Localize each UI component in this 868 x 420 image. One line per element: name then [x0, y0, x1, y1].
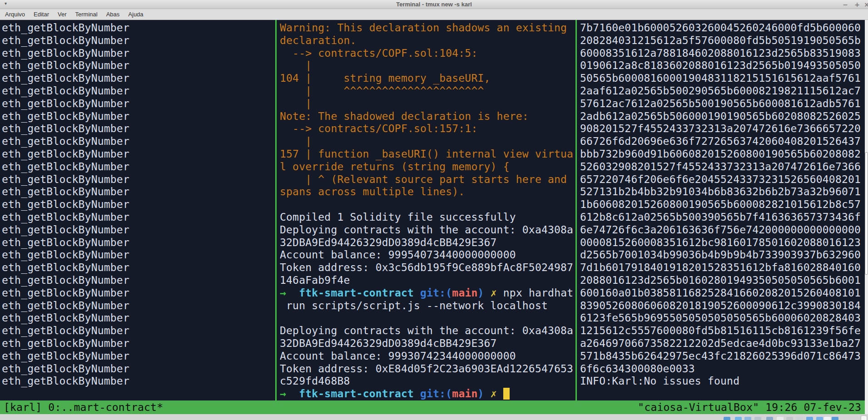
terminal-line: 612b8c612a02565b500390565b7f416363657373…: [580, 211, 864, 224]
terminal-line: 7d1b6017918401918201528351612bfa81602884…: [580, 262, 864, 274]
terminal-line: eth_getBlockByNumber: [2, 262, 274, 274]
terminal-line: eth_getBlockByNumber: [2, 337, 274, 350]
terminal-line: eth_getBlockByNumber: [2, 198, 274, 211]
terminal-line: 32DBA9Ed94426329dD0389d4cBB429E367: [280, 237, 575, 249]
terminal-line: Token address: 0xE84d05f2C23a6903EAd1226…: [280, 363, 575, 376]
pane-separator-left: [275, 20, 277, 400]
tray-icon[interactable]: [786, 417, 793, 420]
tray-icon[interactable]: [806, 417, 813, 420]
terminal-line: → ftk-smart-contract git:(main) ✗ npx ha…: [280, 287, 575, 300]
terminal-line: 0190612a8c8183602088016123d2565b01949350…: [580, 59, 864, 72]
terminal-line: | ^^^^^^^^^^^^^^^^^^^^^^: [280, 85, 575, 98]
terminal-line: 527131b2b4bb32b91034b6b83632b6b2b73a32b9…: [580, 186, 864, 198]
terminal-line: bbb732b960d91b606082015260800190565b6020…: [580, 148, 864, 161]
left-pane[interactable]: eth_getBlockByNumbereth_getBlockByNumber…: [2, 22, 274, 388]
tray-icon[interactable]: [832, 417, 838, 420]
menu-terminal[interactable]: Terminal: [74, 10, 99, 19]
terminal-line: 60008351612a788184602088016123d2565b8351…: [580, 47, 864, 60]
terminal-line: d2565b7001034b99036b4b9b9b4b733903937b63…: [580, 249, 864, 262]
terminal-line: |: [280, 59, 575, 72]
tray-icon[interactable]: [824, 417, 831, 420]
terminal-line: 571b8435b62642975ec43fc21826025396d071c8…: [580, 350, 864, 363]
maximize-button[interactable]: +: [853, 0, 861, 9]
tmux-host-clock: "caiosa-VirtualBox" 19:26 07-fev-23: [638, 400, 861, 414]
menu-ajuda[interactable]: Ajuda: [127, 10, 144, 19]
terminal-line: eth_getBlockByNumber: [2, 161, 274, 173]
terminal-line: [280, 198, 575, 211]
right-pane[interactable]: 7b7160e01b600052603260045260246000fd5b60…: [580, 22, 864, 388]
terminal-line: eth_getBlockByNumber: [2, 72, 274, 85]
terminal-line: eth_getBlockByNumber: [2, 110, 274, 123]
tray-icon[interactable]: [744, 417, 751, 420]
terminal-line: eth_getBlockByNumber: [2, 237, 274, 249]
terminal-line: 526032908201527f4552433732313a207472616e…: [580, 161, 864, 173]
terminal-line: eth_getBlockByNumber: [2, 59, 274, 72]
tray-icon[interactable]: [816, 417, 823, 420]
terminal-line: eth_getBlockByNumber: [2, 350, 274, 363]
terminal-screen[interactable]: eth_getBlockByNumbereth_getBlockByNumber…: [0, 20, 865, 400]
terminal-line: eth_getBlockByNumber: [2, 98, 274, 110]
menu-ver[interactable]: Ver: [56, 10, 68, 19]
terminal-line: [280, 312, 575, 325]
tmux-session-info: [karl] 0:..mart-contract*: [4, 400, 163, 414]
scrollbar-thumb[interactable]: [865, 152, 868, 275]
terminal-line: eth_getBlockByNumber: [2, 135, 274, 148]
terminal-line: 157 | function _baseURI() internal view …: [280, 148, 575, 161]
terminal-line: Account balance: 99954073440000000000: [280, 249, 575, 262]
terminal-line: Warning: This declaration shadows an exi…: [280, 22, 575, 35]
terminal-line: Deploying contracts with the account: 0x…: [280, 224, 575, 237]
scrollbar[interactable]: [865, 20, 868, 414]
terminal-line: l override returns (string memory) {: [280, 161, 575, 173]
terminal-line: eth_getBlockByNumber: [2, 35, 274, 47]
tray-icon[interactable]: [754, 417, 761, 420]
terminal-line: Compiled 1 Solidity file successfully: [280, 211, 575, 224]
terminal-line: eth_getBlockByNumber: [2, 211, 274, 224]
tray-icon[interactable]: [766, 417, 773, 420]
terminal-line: 6e74726f6c3a206163636f756e74200000000000…: [580, 224, 864, 237]
terminal-line: 1215612c5557600080fd5b81516115cb8161239f…: [580, 325, 864, 337]
minimize-button[interactable]: −: [841, 0, 849, 9]
title-bar: ▾ Terminal - tmux new -s karl − + ×: [0, 0, 868, 9]
terminal-line: 2aaf612a02565b500290565b6000821982111561…: [580, 85, 864, 98]
terminal-line: a26469706673582212202d5edcae4d0bc93133e1…: [580, 337, 864, 350]
middle-pane[interactable]: Warning: This declaration shadows an exi…: [280, 22, 575, 400]
taskbar-corner-item[interactable]: [861, 415, 867, 420]
menu-bar: Arquivo Editar Ver Terminal Abas Ajuda: [0, 9, 868, 20]
terminal-line: 66726f6d20696e636f7272656374206040820152…: [580, 135, 864, 148]
tray-icon[interactable]: [735, 417, 742, 420]
terminal-line: 7b7160e01b600052603260045260246000fd5b60…: [580, 22, 864, 35]
menu-abas[interactable]: Abas: [105, 10, 121, 19]
info-line: INFO:Karl:No issues found: [580, 375, 864, 388]
terminal-line: 146aFab9f4e: [280, 274, 575, 287]
terminal-line: eth_getBlockByNumber: [2, 363, 274, 376]
terminal-line: spans across multiple lines).: [280, 186, 575, 198]
tmux-status-bar: [karl] 0:..mart-contract* "caiosa-Virtua…: [0, 400, 865, 414]
terminal-line: eth_getBlockByNumber: [2, 300, 274, 312]
tray-icon[interactable]: [796, 417, 803, 420]
terminal-line: eth_getBlockByNumber: [2, 224, 274, 237]
close-button[interactable]: ×: [863, 0, 868, 9]
terminal-line: 657220746f206e6f6e2045524337323152656040…: [580, 173, 864, 186]
terminal-line: 6f6c634300080e0033: [580, 363, 864, 376]
terminal-line: 2088016123d2565b01602801949350505050565b…: [580, 274, 864, 287]
terminal-line: Deploying contracts with the account: 0x…: [280, 325, 575, 337]
menu-arquivo[interactable]: Arquivo: [4, 10, 26, 19]
terminal-line: 908201527f4552433732313a207472616e736665…: [580, 123, 864, 135]
terminal-line: Note: The shadowed declaration is here:: [280, 110, 575, 123]
tray-icon[interactable]: [724, 417, 730, 420]
terminal-line: 600160a01b038581168252841660208201526040…: [580, 287, 864, 300]
terminal-line: 57612ac7612a02565b500190565b600081612adb…: [580, 98, 864, 110]
terminal-line: 104 | string memory _baseURI,: [280, 72, 575, 85]
terminal-line: Token address: 0x3c56db195f9Ce889bfAc8F5…: [280, 262, 575, 274]
terminal-line: |: [280, 135, 575, 148]
terminal-line: 1b606082015260800190565b600082821015612b…: [580, 198, 864, 211]
pane-separator-right: [575, 20, 577, 400]
desktop-taskbar-peek: [0, 414, 868, 420]
terminal-line: eth_getBlockByNumber: [2, 287, 274, 300]
terminal-line: eth_getBlockByNumber: [2, 186, 274, 198]
terminal-line: 0000815260008351612bc9816017850160208801…: [580, 237, 864, 249]
tray-icon[interactable]: [777, 417, 784, 420]
terminal-cursor: [503, 388, 510, 400]
menu-editar[interactable]: Editar: [32, 10, 50, 19]
terminal-line: 839052608060608201819052600090612c399083…: [580, 300, 864, 312]
